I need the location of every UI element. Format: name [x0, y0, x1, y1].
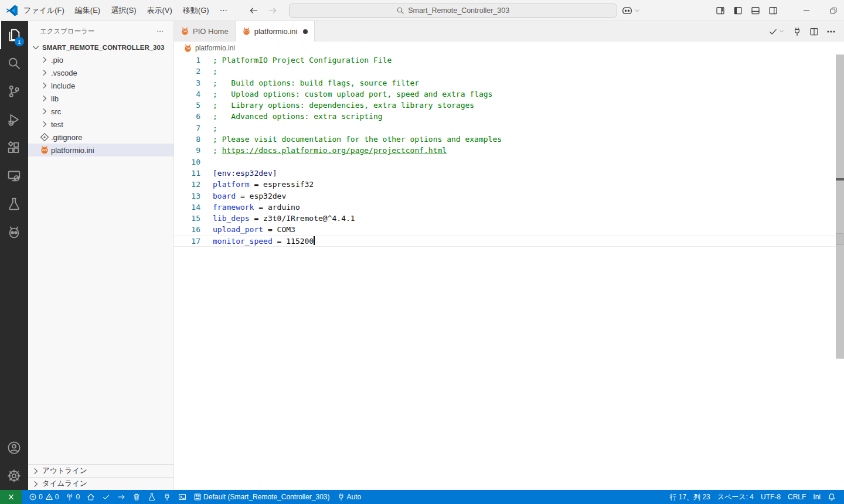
forward-arrow-icon[interactable]	[268, 6, 277, 15]
pio-home-button[interactable]	[83, 490, 98, 504]
tree-item[interactable]: test	[28, 118, 173, 131]
tree-item-label: include	[51, 81, 75, 90]
code-line-10[interactable]: 10	[174, 156, 844, 168]
menu-item-0[interactable]: ファイル(F)	[18, 0, 70, 21]
serial-monitor-icon[interactable]	[792, 27, 802, 36]
code-line-12[interactable]: 12platform = espressif32	[174, 179, 844, 190]
code-line-8[interactable]: 8; Please visit documentation for the ot…	[174, 134, 844, 145]
code-line-15[interactable]: 15lib_deps = z3t0/IRremote@^4.4.1	[174, 213, 844, 224]
menu-item-5[interactable]: ⋯	[215, 0, 233, 21]
editor-scrollbar[interactable]	[836, 55, 844, 490]
source-control-activity-button[interactable]	[0, 77, 28, 105]
tab-platformio.ini[interactable]: platformio.ini	[236, 21, 315, 42]
menu-item-4[interactable]: 移動(G)	[178, 0, 215, 21]
chevron-right-icon	[40, 107, 49, 116]
code-line-16[interactable]: 16upload_port = COM3	[174, 224, 844, 235]
problems-label: 0	[39, 493, 43, 501]
settings-button[interactable]	[0, 462, 28, 490]
cursor-position-label: 行 17、列 23	[669, 492, 710, 502]
encoding[interactable]: UTF-8	[757, 490, 784, 504]
cursor-position[interactable]: 行 17、列 23	[666, 490, 713, 504]
tree-item[interactable]: lib	[28, 92, 173, 105]
sidebar-section[interactable]: アウトライン	[28, 464, 173, 477]
tree-item[interactable]: .pio	[28, 53, 173, 66]
copilot-menu[interactable]	[617, 5, 645, 16]
tree-item[interactable]: src	[28, 105, 173, 118]
pio-terminal-button[interactable]	[175, 490, 190, 504]
chevron-down-icon	[31, 43, 40, 52]
restore-button[interactable]	[820, 0, 844, 21]
minimize-button[interactable]	[793, 0, 820, 21]
testing-activity-button[interactable]	[0, 190, 28, 218]
pio-counter-label: 0	[76, 493, 80, 501]
gear-icon	[7, 469, 21, 483]
indentation[interactable]: スペース: 4	[714, 490, 757, 504]
tree-item[interactable]: .vscode	[28, 66, 173, 79]
pio-monitor-button[interactable]	[159, 490, 175, 504]
status-bar: 000Default (Smart_Remote_Controller_303)…	[0, 490, 844, 504]
pio-counter[interactable]: 0	[62, 490, 83, 504]
sidebar-section[interactable]: タイムライン	[28, 477, 173, 490]
pio-env-selector[interactable]: Default (Smart_Remote_Controller_303)	[190, 490, 333, 504]
run-task-button[interactable]	[768, 27, 785, 36]
menu-item-3[interactable]: 表示(V)	[142, 0, 178, 21]
platformio-alien-icon	[7, 225, 21, 239]
dirty-indicator[interactable]	[303, 29, 308, 34]
pio-build-button[interactable]	[98, 490, 114, 504]
notifications[interactable]	[824, 490, 839, 504]
toggle-secondary-sidebar-icon[interactable]	[768, 6, 778, 15]
menu-item-1[interactable]: 編集(E)	[70, 0, 106, 21]
scrollbar-thumb[interactable]	[836, 55, 844, 359]
pio-icon	[242, 27, 251, 36]
code-line-3[interactable]: 3; Build options: build flags, source fi…	[174, 77, 844, 88]
toggle-sidebar-icon[interactable]	[733, 6, 743, 15]
code-line-6[interactable]: 6; Advanced options: extra scripting	[174, 111, 844, 122]
home-icon	[87, 493, 95, 501]
split-editor-icon[interactable]	[809, 27, 819, 36]
code-line-5[interactable]: 5; Library options: dependencies, extra …	[174, 100, 844, 111]
run-debug-activity-button[interactable]	[0, 105, 28, 134]
command-center-search[interactable]: Smart_Remote_Controller_303	[289, 4, 617, 18]
remote-explorer-activity-button[interactable]	[0, 162, 28, 190]
tree-item[interactable]: .gitignore	[28, 131, 173, 144]
pio-port-selector[interactable]: Auto	[333, 490, 365, 504]
menu-item-2[interactable]: 選択(S)	[106, 0, 141, 21]
accounts-button[interactable]	[0, 434, 28, 462]
more-actions-icon[interactable]	[826, 27, 836, 36]
tab-pio-home[interactable]: PIO Home	[174, 21, 236, 42]
extensions-activity-button[interactable]	[0, 134, 28, 162]
code-line-1[interactable]: 1; PlatformIO Project Configuration File	[174, 55, 844, 66]
sidebar-more-button[interactable]: ⋯	[157, 27, 165, 35]
warning-icon	[45, 493, 53, 501]
platformio-activity-button[interactable]	[0, 218, 28, 246]
tree-item[interactable]: SMART_REMOTE_CONTROLLER_303	[28, 41, 173, 53]
customize-layout-icon[interactable]	[716, 6, 725, 15]
breadcrumb[interactable]: platformio.ini	[174, 42, 844, 55]
code-line-11[interactable]: 11[env:esp32dev]	[174, 168, 844, 179]
pio-upload-button[interactable]	[114, 490, 129, 504]
remote-indicator[interactable]	[0, 490, 22, 504]
sidebar-section-label: タイムライン	[42, 479, 87, 489]
back-arrow-icon[interactable]	[249, 6, 258, 15]
code-line-14[interactable]: 14framework = arduino	[174, 202, 844, 213]
pio-clean-button[interactable]	[129, 490, 144, 504]
search-activity-button[interactable]	[0, 49, 28, 77]
code-line-17[interactable]: 17monitor_speed = 115200	[174, 236, 844, 247]
code-line-13[interactable]: 13board = esp32dev	[174, 190, 844, 202]
tree-item[interactable]: include	[28, 79, 173, 92]
line-number: 9	[174, 145, 200, 156]
language-mode[interactable]: Ini	[809, 490, 824, 504]
code-area[interactable]: 1; PlatformIO Project Configuration File…	[174, 55, 844, 490]
toggle-panel-icon[interactable]	[751, 6, 760, 15]
tab-label: PIO Home	[193, 27, 229, 36]
tree-item-label: .pio	[51, 56, 63, 64]
problems[interactable]: 00	[25, 490, 62, 504]
code-line-4[interactable]: 4; Upload options: custom upload port, s…	[174, 88, 844, 100]
tree-item[interactable]: platformio.ini	[28, 144, 173, 156]
code-line-9[interactable]: 9; https://docs.platformio.org/page/proj…	[174, 145, 844, 156]
eol-sequence[interactable]: CRLF	[784, 490, 809, 504]
explorer-activity-button[interactable]: 1	[0, 21, 28, 49]
code-line-7[interactable]: 7;	[174, 122, 844, 134]
pio-test-button[interactable]	[144, 490, 159, 504]
code-line-2[interactable]: 2;	[174, 66, 844, 77]
